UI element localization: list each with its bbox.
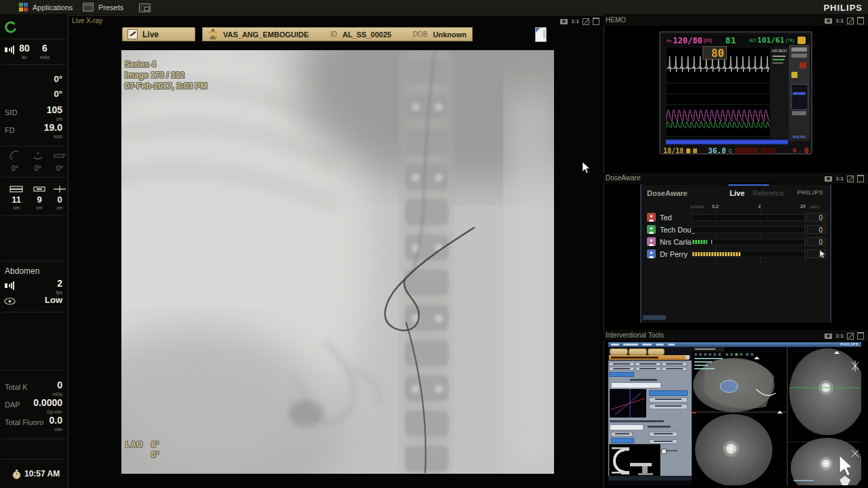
snapshot-icon[interactable]: [560, 19, 568, 24]
staff-name: Tech Doug: [660, 226, 696, 234]
kv-readout: 80kv: [15, 44, 34, 62]
scale-unit-left: [mSv/h]: [690, 205, 704, 209]
gantry-angle: 0°: [50, 164, 69, 172]
maximize-icon[interactable]: [593, 18, 599, 25]
applications-menu[interactable]: Applications: [19, 2, 73, 12]
stopwatch-icon: [12, 469, 22, 480]
maximize-icon[interactable]: [857, 175, 864, 182]
projection-overlay: LAO: [125, 440, 142, 449]
panel-button[interactable]: [609, 367, 634, 371]
tab-live[interactable]: Live: [730, 189, 745, 197]
app-tool-button[interactable]: [610, 348, 628, 355]
level-dropdown[interactable]: [610, 424, 644, 430]
dap-label: DAP: [5, 401, 20, 409]
active-tool-button[interactable]: [609, 372, 634, 377]
staff-name: Dr Perry: [660, 250, 688, 258]
panel-button[interactable]: [635, 362, 660, 366]
maximize-icon[interactable]: [857, 17, 864, 24]
zoom-ratio-label: 1:1: [835, 176, 844, 182]
step-button[interactable]: [649, 397, 688, 403]
dose-mode-eye-icon: [4, 298, 16, 305]
scale-tick: 20: [800, 204, 806, 209]
snapshot-icon[interactable]: [825, 176, 832, 182]
angulation-angle: 0°: [54, 89, 62, 98]
monitor-bottom-strip: 18/18 36.8 C 0 .. 0: [663, 146, 808, 155]
tab-reference[interactable]: Reference: [753, 190, 784, 197]
layout-edit-icon[interactable]: [583, 18, 589, 25]
dose-row: Tech Doug 0: [642, 224, 830, 236]
tab-live-label: Live: [142, 30, 159, 39]
panel-button[interactable]: [611, 432, 633, 436]
maximize-icon[interactable]: [857, 332, 864, 340]
pointer-cursor-icon: [819, 249, 827, 259]
step-button-active[interactable]: [649, 390, 688, 396]
layout-edit-icon[interactable]: [847, 176, 854, 182]
tab-live[interactable]: Live: [122, 27, 195, 41]
tool-panel: [608, 361, 692, 476]
temperature-unit: C: [729, 148, 732, 153]
mpr-thumbnail[interactable]: [610, 389, 646, 418]
protocol-name: Abdomen: [5, 266, 39, 276]
total-fluoro-readout: 0.0min: [50, 416, 62, 434]
ma-readout: 6mAs: [35, 44, 54, 62]
panel-button[interactable]: [609, 362, 634, 366]
dose-row: Nrs Carla 0: [642, 236, 830, 248]
hemo-monitor: Ao 120/80 (93) 81 AO 101/61 (74): [659, 31, 812, 155]
patient-id: AL_SS_00025: [342, 30, 391, 39]
layout-edit-icon[interactable]: [847, 333, 854, 340]
apply-button[interactable]: [611, 438, 634, 443]
hr-value: 81: [726, 35, 736, 45]
acquisition-icon: [127, 29, 138, 39]
worklist-page-icon[interactable]: [535, 27, 547, 42]
secondary-angle-overlay: 0°: [151, 450, 159, 460]
shutter-icon: [9, 184, 23, 194]
snapshot-icon[interactable]: [825, 333, 832, 339]
presets-menu[interactable]: Presets: [83, 2, 123, 12]
step-button[interactable]: [649, 404, 688, 409]
hr-big-readout: 80: [703, 46, 727, 60]
doseaware-window: DoseAware Live Reference PHILIPS [mSv/h]…: [640, 184, 831, 323]
patient-dob: Unknown: [433, 30, 467, 39]
volume-viewports[interactable]: [692, 347, 861, 485]
doseaware-brand: PHILIPS: [797, 189, 823, 196]
doseaware-app-title: DoseAware: [647, 189, 688, 197]
panel-button[interactable]: [649, 439, 677, 444]
patient-icon: [208, 28, 218, 40]
total-fluoro-label: Total Fluoro: [5, 418, 43, 426]
zoom-ratio-label: 1:1: [835, 18, 844, 24]
top-menu-bar: Applications Presets PHILIPS: [0, 0, 868, 15]
snapshot-button[interactable]: [139, 3, 151, 12]
layout-edit-icon[interactable]: [847, 18, 854, 24]
presets-icon: [83, 3, 94, 12]
dose-bar: [691, 214, 805, 221]
temperature-value: 36.8: [708, 146, 726, 155]
staff-name: Nrs Carla: [660, 238, 691, 246]
zoom-ratio-label: 1:1: [835, 333, 844, 339]
ao-mean: (74): [786, 38, 794, 43]
dap-readout: 0.0000Gy·cm²: [33, 399, 62, 416]
xray-status-sidebar: 80kv 6mAs 0° 0° SID 105cm FD 19.0inch 0°…: [0, 15, 68, 488]
scroll-chip[interactable]: [643, 315, 666, 320]
snapshot-icon[interactable]: [825, 18, 832, 24]
datetime-overlay: 07-Feb-2017, 3:03 PM: [125, 81, 207, 91]
panel-button[interactable]: [662, 367, 687, 371]
fd-label: FD: [5, 126, 15, 134]
abp-mean: (93): [704, 38, 712, 43]
vitals-numeric-strip: Ao 120/80 (93) 81 AO 101/61 (74): [664, 35, 808, 46]
ao-label: AO: [749, 38, 756, 43]
total-k-readout: 0mGy: [52, 381, 62, 399]
patient-name: VAS_ANG_EMBOGUIDE: [223, 30, 309, 39]
panel-button[interactable]: [635, 367, 660, 371]
dosimeter-icon: [647, 249, 656, 258]
panel-button[interactable]: [662, 362, 687, 366]
alarm-bell-icon[interactable]: [797, 37, 806, 44]
live-xray-panel: Live X-ray 1:1 Live VAS_ANG_EMBOGUIDE ID…: [68, 15, 604, 488]
patient-banner: VAS_ANG_EMBOGUIDE ID AL_SS_00025 DOB Unk…: [202, 27, 473, 41]
app-tool-button[interactable]: [648, 348, 665, 355]
panel-button[interactable]: [649, 432, 677, 436]
panel-title: Live X-ray: [72, 17, 102, 24]
presets-label: Presets: [98, 3, 123, 12]
fluoroscopy-image[interactable]: Series 4 Image 173 / 312 07-Feb-2017, 3:…: [121, 50, 554, 474]
selection-dropdown[interactable]: [611, 382, 661, 388]
app-tool-button[interactable]: [629, 348, 647, 355]
